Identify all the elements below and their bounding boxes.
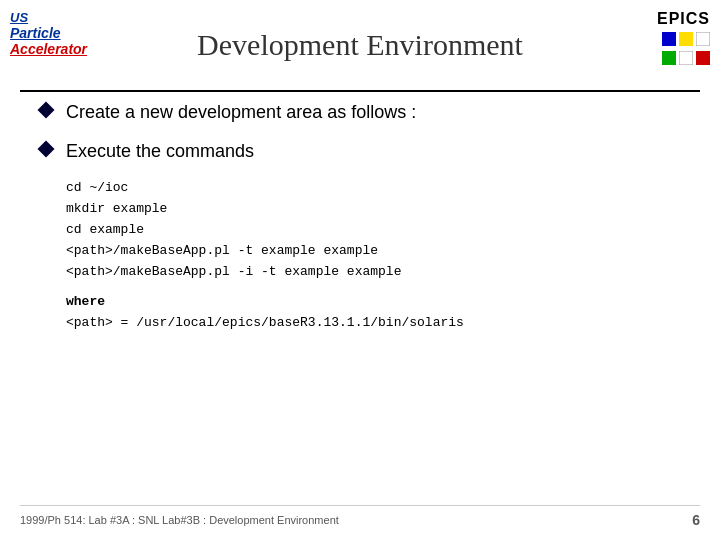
bullet-item-2: Execute the commands (40, 139, 680, 164)
code-line-2: mkdir example (66, 199, 680, 220)
footer: 1999/Ph 514: Lab #3A : SNL Lab#3B : Deve… (20, 505, 700, 528)
main-content: Create a new development area as follows… (40, 100, 680, 334)
bullet-text-1: Create a new development area as follows… (66, 100, 416, 125)
code-line-3: cd example (66, 220, 680, 241)
where-label: where (66, 292, 680, 313)
code-line-1: cd ~/ioc (66, 178, 680, 199)
page-title: Development Environment (0, 28, 720, 62)
bullet-diamond-1 (38, 102, 55, 119)
title-divider (20, 90, 700, 92)
logo-us: US (10, 10, 100, 25)
where-path: <path> = /usr/local/epics/baseR3.13.1.1/… (66, 313, 680, 334)
bullet-text-2: Execute the commands (66, 139, 254, 164)
footer-left: 1999/Ph 514: Lab #3A : SNL Lab#3B : Deve… (20, 514, 339, 526)
where-bold: where (66, 294, 105, 309)
code-line-4: <path>/makeBaseApp.pl -t example example (66, 241, 680, 262)
code-block: cd ~/ioc mkdir example cd example <path>… (66, 178, 680, 334)
bullet-item-1: Create a new development area as follows… (40, 100, 680, 125)
epics-label: EPICS (657, 10, 710, 28)
where-section: where <path> = /usr/local/epics/baseR3.1… (66, 292, 680, 334)
footer-page-number: 6 (692, 512, 700, 528)
bullet-diamond-2 (38, 141, 55, 158)
code-line-5: <path>/makeBaseApp.pl -i -t example exam… (66, 262, 680, 283)
